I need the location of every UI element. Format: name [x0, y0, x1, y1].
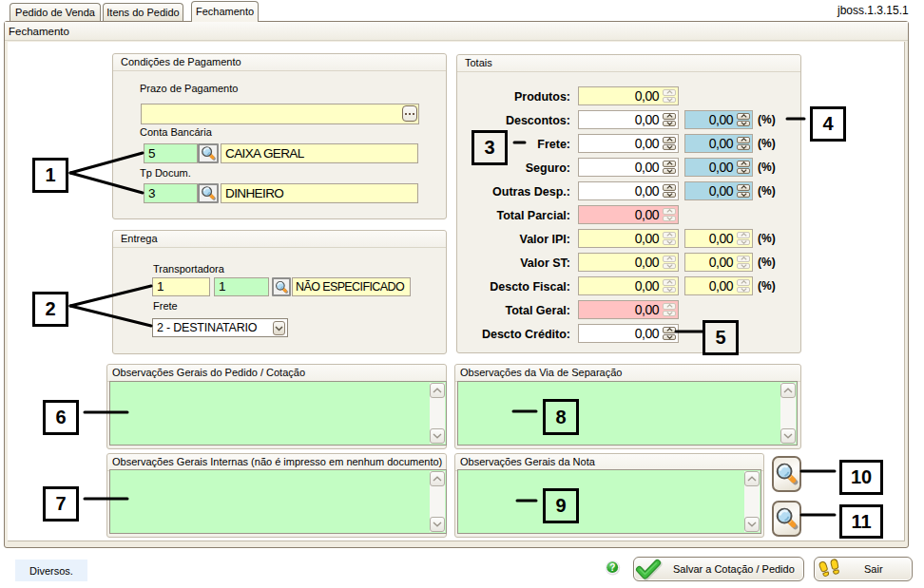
svg-text:?: ? [609, 562, 615, 573]
